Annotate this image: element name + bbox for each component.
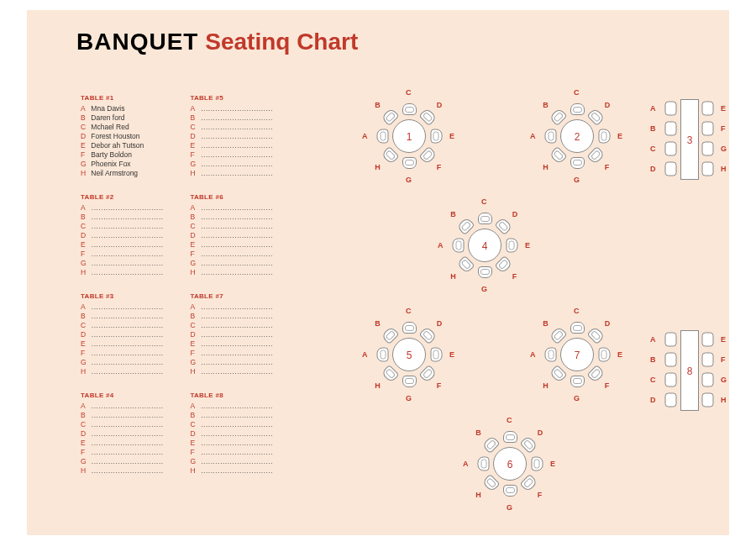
seat-label: B — [543, 101, 549, 109]
seat-letter: D — [81, 330, 89, 339]
seat-label: D — [605, 101, 611, 109]
guest-name: .............................. — [198, 113, 273, 122]
seat-label: H — [375, 381, 381, 390]
chair — [520, 474, 538, 492]
guest-name: .............................. — [89, 330, 164, 339]
seat-label: C — [406, 88, 412, 97]
guest-list-title: TABLE #1 — [81, 94, 188, 102]
chair — [702, 373, 714, 387]
seat-letter: B — [190, 312, 198, 321]
guest-row: A .............................. — [81, 302, 188, 312]
chair — [702, 353, 714, 367]
guest-row: D .............................. — [190, 231, 297, 240]
seat-label: F — [721, 355, 726, 364]
chair — [456, 255, 475, 274]
seat-label: A — [362, 350, 368, 359]
seat-label: F — [605, 381, 610, 390]
guest-name: .............................. — [89, 259, 164, 267]
guest-row: G .............................. — [190, 259, 297, 268]
seat-label: E — [449, 132, 454, 140]
guest-row: E .............................. — [190, 339, 297, 349]
table-number: 5 — [392, 338, 426, 371]
guest-list-title: TABLE #3 — [81, 292, 188, 300]
seat-label: A — [463, 460, 469, 468]
guest-list-title: TABLE #7 — [190, 292, 297, 300]
guest-name: .............................. — [89, 402, 164, 410]
guest-name: .............................. — [198, 448, 273, 456]
guest-row: A .............................. — [190, 104, 297, 113]
guest-name: .............................. — [198, 321, 273, 329]
guest-name: .............................. — [198, 312, 273, 320]
seat-label: D — [650, 165, 656, 173]
guest-name: .............................. — [198, 250, 273, 258]
seat-label: C — [574, 307, 580, 315]
guest-name: Debor ah Tutson — [89, 141, 144, 150]
guest-list-block: TABLE #6A ..............................… — [190, 193, 297, 277]
seat-letter: B — [190, 213, 198, 222]
chair — [402, 322, 417, 334]
seat-label: E — [525, 241, 530, 250]
seat-label: B — [650, 124, 656, 133]
seat-letter: D — [81, 429, 89, 439]
guest-row: E .............................. — [81, 339, 188, 349]
guest-list-block: TABLE #2A ..............................… — [81, 193, 188, 277]
seat-letter: D — [190, 231, 198, 240]
table-number: 3 — [680, 99, 699, 180]
chair — [506, 239, 517, 253]
floor-plan: 1CDEFGHAB2CDEFGHAB4CDEFGHAB5CDEFGHAB7CDE… — [312, 86, 732, 539]
chair — [702, 162, 714, 176]
chair — [503, 431, 517, 443]
seat-label: D — [437, 101, 443, 109]
seat-label: F — [437, 381, 442, 390]
seat-label: H — [375, 163, 381, 171]
guest-name: .............................. — [198, 213, 273, 221]
guest-name: .............................. — [198, 104, 273, 113]
seat-letter: C — [190, 321, 198, 330]
seat-label: E — [617, 350, 622, 359]
title-part2: Seatinq Chart — [205, 29, 358, 55]
seat-label: G — [406, 176, 412, 184]
seat-label: B — [475, 428, 481, 437]
chair — [570, 376, 585, 387]
guest-name: .............................. — [198, 141, 273, 150]
chair — [665, 142, 677, 156]
guest-row: F .............................. — [81, 349, 188, 358]
guest-name: .............................. — [198, 169, 273, 177]
guest-row: B .............................. — [190, 113, 297, 123]
guest-row: D Forest Houston — [81, 132, 188, 141]
seat-letter: F — [190, 150, 198, 160]
chair — [549, 146, 567, 165]
seat-letter: E — [81, 240, 89, 250]
guest-row: F .............................. — [190, 448, 297, 457]
seat-label: C — [481, 197, 487, 206]
seat-label: C — [650, 145, 656, 153]
seat-letter: C — [190, 420, 198, 429]
seat-letter: F — [81, 150, 89, 160]
chair — [702, 102, 714, 116]
seat-label: A — [530, 132, 536, 140]
guest-row: G .............................. — [190, 358, 297, 367]
guest-name: .............................. — [89, 349, 164, 357]
seat-letter: A — [190, 302, 198, 312]
seat-letter: H — [190, 268, 198, 277]
guest-row: C .............................. — [81, 420, 188, 429]
chair — [587, 365, 606, 383]
seat-letter: C — [81, 123, 89, 132]
seat-letter: G — [81, 457, 89, 466]
guest-list-block: TABLE #1A Mna DavisB Daren fordC Mchael … — [81, 94, 188, 178]
guest-name: .............................. — [89, 466, 164, 475]
table-number: 2 — [560, 119, 594, 153]
seat-label: G — [481, 285, 487, 293]
chair — [702, 142, 714, 156]
seat-letter: A — [81, 402, 89, 411]
chair — [549, 365, 567, 383]
guest-row: G .............................. — [81, 259, 188, 268]
chair — [452, 239, 464, 253]
chair — [544, 129, 556, 144]
seat-label: E — [449, 350, 454, 359]
guest-row: G .............................. — [81, 358, 188, 367]
chair — [419, 365, 438, 383]
guest-row: A .............................. — [81, 402, 188, 411]
guest-row: B .............................. — [190, 411, 297, 420]
guest-name: .............................. — [198, 466, 273, 475]
